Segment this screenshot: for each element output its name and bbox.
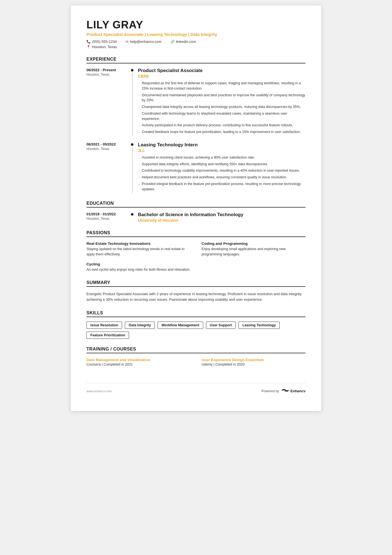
- exp-line-1: [132, 73, 133, 136]
- skills-section: SKILLS Issue Resolution Data Integrity W…: [86, 310, 306, 339]
- exp-role-1: Product Specialist Associate: [138, 68, 306, 73]
- email-contact: ✉ help@enhancv.com: [126, 40, 162, 44]
- bullet-item: Documented and maintained playbooks and …: [138, 93, 306, 103]
- skills-section-title: SKILLS: [86, 310, 306, 317]
- training-section: TRAINING / COURSES Data Management and V…: [86, 347, 306, 366]
- summary-section: SUMMARY Energetic Product Specialist Ass…: [86, 280, 306, 303]
- exp-divider-1: [131, 68, 133, 136]
- exp-bullets-1: Responded as the first line of defense t…: [138, 81, 306, 135]
- skill-badge-2: Data Integrity: [125, 322, 155, 329]
- passions-section-title: PASSIONS: [86, 230, 306, 237]
- enhancv-brand-name: Enhancv: [291, 389, 306, 393]
- bullet-item: Created feedback loops for feature pre-p…: [138, 129, 306, 135]
- training-grid: Data Management and Visualization Course…: [86, 358, 306, 366]
- bullet-item: Actively participated in the product del…: [138, 123, 306, 128]
- location: Houston, Texas: [92, 45, 117, 49]
- bullet-item: Provided integral feedback in the featur…: [138, 181, 306, 192]
- experience-section-title: EXPERIENCE: [86, 57, 306, 63]
- passion-desc-3: An avid cyclist who enjoys long rides fo…: [86, 267, 190, 272]
- training-title-1: Data Management and Visualization: [86, 358, 190, 362]
- passion-title-3: Cycling: [86, 262, 190, 266]
- passions-grid: Real Estate Technology Innovations Stayi…: [86, 241, 306, 272]
- experience-section: EXPERIENCE 06/2022 - Present Houston, Te…: [86, 57, 306, 193]
- education-item-1: 01/2018 - 01/2022 Houston, Texas Bachelo…: [86, 212, 306, 223]
- bullet-item: Helped document best practices and workf…: [138, 175, 306, 180]
- exp-bullets-2: Assisted in resolving client issues, ach…: [138, 155, 306, 192]
- phone-number: (555) 555-1234: [92, 40, 117, 44]
- training-section-title: TRAINING / COURSES: [86, 347, 306, 353]
- passion-desc-1: Staying updated on the latest technology…: [86, 246, 190, 257]
- edu-school-1: University of Houston: [138, 218, 306, 223]
- skill-badge-5: Leasing Technology: [239, 322, 280, 329]
- exp-right-1: Product Specialist Associate CBRE Respon…: [138, 68, 306, 136]
- exp-right-2: Leasing Technology Intern JLL Assisted i…: [138, 142, 306, 193]
- passion-item-1: Real Estate Technology Innovations Stayi…: [86, 241, 190, 257]
- exp-company-2: JLL: [138, 148, 306, 153]
- bullet-item: Assisted in resolving client issues, ach…: [138, 155, 306, 160]
- bullet-item: Supported data integrity efforts, identi…: [138, 162, 306, 167]
- powered-by-label: Powered by: [261, 389, 279, 393]
- edu-left-1: 01/2018 - 01/2022 Houston, Texas: [86, 212, 131, 223]
- edu-degree-1: Bachelor of Science in Information Techn…: [138, 212, 306, 218]
- phone-contact: 📞 (555) 555-1234: [86, 40, 117, 44]
- experience-item-1: 06/2022 - Present Houston, Texas Product…: [86, 68, 306, 136]
- skills-row: Issue Resolution Data Integrity Workflow…: [86, 322, 306, 329]
- candidate-title: Product Specialist Associate | Leasing T…: [86, 32, 306, 37]
- header: LILY GRAY Product Specialist Associate |…: [86, 19, 306, 49]
- location-row: 📍 Houston, Texas: [86, 45, 306, 49]
- candidate-name: LILY GRAY: [86, 19, 306, 31]
- exp-divider-2: [131, 142, 133, 193]
- passions-section: PASSIONS Real Estate Technology Innovati…: [86, 230, 306, 272]
- email-address: help@enhancv.com: [130, 40, 162, 44]
- passion-desc-2: Enjoy developing small applications and …: [202, 246, 306, 257]
- contact-row: 📞 (555) 555-1234 ✉ help@enhancv.com 🔗 li…: [86, 40, 306, 44]
- footer: www.enhancv.com Powered by Enhancv: [86, 383, 306, 394]
- summary-text: Energetic Product Specialist Associate w…: [86, 291, 306, 303]
- training-title-2: User Experience Design Essentials: [202, 358, 306, 362]
- passion-item-2: Coding and Programming Enjoy developing …: [202, 241, 306, 257]
- exp-date-2: 06/2021 - 05/2022: [86, 142, 128, 146]
- skill-badge-3: Workflow Management: [158, 322, 203, 329]
- exp-line-2: [132, 147, 133, 193]
- passion-title-1: Real Estate Technology Innovations: [86, 241, 190, 246]
- passion-item-3: Cycling An avid cyclist who enjoys long …: [86, 262, 190, 272]
- linkedin-url: linkedin.com: [176, 40, 196, 44]
- training-item-1: Data Management and Visualization Course…: [86, 358, 190, 366]
- exp-dot-1: [131, 69, 133, 71]
- passion-title-2: Coding and Programming: [202, 241, 306, 246]
- summary-section-title: SUMMARY: [86, 280, 306, 287]
- exp-role-2: Leasing Technology Intern: [138, 142, 306, 148]
- skill-badge-1: Issue Resolution: [86, 322, 122, 329]
- education-section-title: EDUCATION: [86, 201, 306, 208]
- bullet-item: Responded as the first line of defense t…: [138, 81, 306, 91]
- skill-badge-6: Feature Prioritization: [86, 332, 129, 339]
- edu-date-1: 01/2018 - 01/2022: [86, 212, 128, 216]
- phone-icon: 📞: [86, 40, 91, 44]
- email-icon: ✉: [126, 40, 128, 44]
- training-desc-2: Udemy | Completed in 2020: [202, 362, 306, 366]
- exp-left-2: 06/2021 - 05/2022 Houston, Texas: [86, 142, 131, 193]
- training-item-2: User Experience Design Essentials Udemy …: [202, 358, 306, 366]
- footer-powered: Powered by Enhancv: [261, 388, 306, 394]
- bullet-item: Coordinated with technology teams to she…: [138, 111, 306, 122]
- bullet-item: Championed data integrity across all lea…: [138, 104, 306, 110]
- exp-dot-2: [131, 143, 133, 146]
- exp-location-2: Houston, Texas: [86, 147, 128, 151]
- edu-location-1: Houston, Texas: [86, 217, 128, 221]
- edu-dot-1: [131, 213, 133, 216]
- bullet-item: Contributed to technology usability impr…: [138, 168, 306, 173]
- linkedin-icon: 🔗: [170, 40, 175, 44]
- exp-date-1: 06/2022 - Present: [86, 68, 128, 72]
- enhancv-logo: Enhancv: [281, 388, 306, 394]
- education-section: EDUCATION 01/2018 - 01/2022 Houston, Tex…: [86, 201, 306, 223]
- enhancv-icon: [281, 388, 289, 394]
- exp-company-1: CBRE: [138, 74, 306, 78]
- footer-website: www.enhancv.com: [86, 389, 112, 393]
- location-icon: 📍: [86, 45, 91, 49]
- exp-location-1: Houston, Texas: [86, 73, 128, 77]
- linkedin-contact: 🔗 linkedin.com: [170, 40, 196, 44]
- edu-right-1: Bachelor of Science in Information Techn…: [138, 212, 306, 223]
- exp-left-1: 06/2022 - Present Houston, Texas: [86, 68, 131, 136]
- training-desc-1: Coursera | Completed in 2021: [86, 362, 190, 366]
- skills-row-2: Feature Prioritization: [86, 332, 306, 339]
